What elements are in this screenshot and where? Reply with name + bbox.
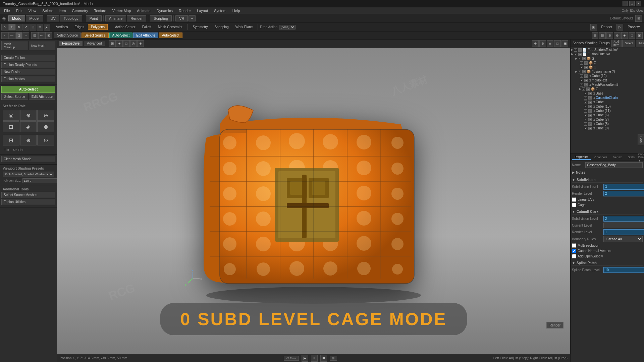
menu-render[interactable]: Render xyxy=(176,8,194,13)
catmull-clark-header[interactable]: ▼ Catmull-Clark xyxy=(572,209,643,215)
auto-select-top-btn[interactable]: Auto-Select xyxy=(109,33,133,38)
vp-right-icon-4[interactable]: □ xyxy=(554,40,561,47)
menu-file[interactable]: File xyxy=(1,8,13,13)
viewport-icon-1[interactable]: ⊞ xyxy=(592,32,598,39)
auto-select-left-btn[interactable]: Auto-Select xyxy=(1,86,55,93)
spline-patch-header[interactable]: ▼ Spline Patch xyxy=(572,260,643,266)
filter-scene-btn[interactable]: Filter xyxy=(636,40,644,47)
viewport-icon-7[interactable]: ▣ xyxy=(636,32,643,39)
polygons-btn[interactable]: Polygons xyxy=(88,24,108,30)
select-source-btn[interactable]: Select Source xyxy=(54,33,81,38)
render-icon[interactable]: ▣ xyxy=(590,24,597,31)
icon-grid-item-3[interactable]: ⊖ xyxy=(37,110,54,121)
mode-topology[interactable]: Topology xyxy=(60,15,82,21)
move-icon[interactable]: ✛ xyxy=(8,24,15,31)
select-source-left-btn[interactable]: Select Source xyxy=(1,94,28,100)
snapping-btn[interactable]: Snapping xyxy=(212,24,232,30)
menu-item[interactable]: Item xyxy=(56,8,68,13)
work-plane-btn[interactable]: Work Plane xyxy=(232,24,256,30)
viewport-icon-6[interactable]: □ xyxy=(629,32,635,39)
vp-status-icon-2[interactable]: ⏸ xyxy=(311,355,318,362)
vp-icon-1[interactable]: ⊞ xyxy=(109,40,116,47)
preview-icon[interactable]: ▷ xyxy=(616,24,623,31)
vp-icon-2[interactable]: ◈ xyxy=(116,40,123,47)
action-center-btn[interactable]: Action Center xyxy=(112,24,139,30)
tree-item[interactable]: ▶✓●📦(fusion name ?) xyxy=(571,69,643,74)
sel-vert-icon[interactable]: · xyxy=(1,32,8,39)
tree-item[interactable]: ✓●□Base xyxy=(571,91,643,96)
vertex-tab[interactable]: Vertex xyxy=(610,155,625,160)
icon-grid-item-4[interactable]: ⊞ xyxy=(3,121,19,132)
menu-layout[interactable]: Layout xyxy=(194,8,211,13)
vp-icon-5[interactable]: ⊗ xyxy=(137,40,144,47)
tree-item[interactable]: ✓●□Cube (10) xyxy=(571,104,643,109)
tree-item[interactable]: ✓●□MeshFusionItem3 xyxy=(571,82,643,87)
advanced-btn[interactable]: Advanced xyxy=(84,41,105,46)
falloff-btn[interactable]: Falloff xyxy=(139,24,154,30)
mode-animate[interactable]: Animate xyxy=(105,15,126,21)
vp-right-icon-3[interactable]: ◈ xyxy=(547,40,553,47)
rotate-icon[interactable]: ↻ xyxy=(15,24,22,31)
symmetry-btn[interactable]: Symmetry xyxy=(190,24,211,30)
vp-bottom-btn-extra[interactable]: ⊞ xyxy=(330,356,337,361)
vp-icon-4[interactable]: ◎ xyxy=(130,40,137,47)
render-overlay-btn[interactable]: Render xyxy=(546,322,564,328)
render-level-input[interactable] xyxy=(603,191,644,196)
render-btn[interactable]: Render xyxy=(598,24,615,30)
scale-icon[interactable]: ⤢ xyxy=(22,24,29,31)
select-source-btn2[interactable]: Select Source xyxy=(82,33,108,38)
mesh-constraint-btn[interactable]: Mesh Constraint xyxy=(155,24,185,30)
create-fusion-btn[interactable]: Create Fusion... xyxy=(1,55,55,61)
menu-texture[interactable]: Texture xyxy=(92,8,109,13)
vp-status-icon-3[interactable]: ⏹ xyxy=(320,355,327,362)
vp-right-icon-1[interactable]: ⊕ xyxy=(532,40,539,47)
stats-tab[interactable]: Stats xyxy=(625,155,638,160)
notes-group-header[interactable]: ▶ Notes xyxy=(572,170,643,175)
mode-render[interactable]: Render xyxy=(127,15,146,21)
menu-dynamics[interactable]: Dynamics xyxy=(154,8,175,13)
new-fusion-btn[interactable]: New Fusion xyxy=(1,69,55,75)
transform-icon[interactable]: ⊞ xyxy=(30,24,36,31)
pen-icon[interactable]: ✏ xyxy=(37,24,43,31)
menu-edit[interactable]: Edit xyxy=(13,8,25,13)
new-mesh-btn[interactable]: New Mesh xyxy=(29,41,56,50)
icon-grid-item-1[interactable]: ◎ xyxy=(3,110,19,121)
cc-current-level-input[interactable] xyxy=(603,223,644,228)
perspective-btn[interactable]: Perspective xyxy=(59,41,83,46)
edit-attribute-top-btn[interactable]: Edit Attribute xyxy=(133,33,158,38)
mode-paint[interactable]: Paint xyxy=(86,15,102,21)
tree-item[interactable]: ✓●□Cube (9) xyxy=(571,126,643,130)
fusion-utilities-btn[interactable]: Fusion Utilities xyxy=(1,199,55,205)
tree-item[interactable]: ▶✓●📄FusionGlue.lxo xyxy=(571,52,643,56)
shading-select[interactable]: AVP-Shaded, Shaded Wireframe xyxy=(3,172,54,177)
menu-help[interactable]: Help xyxy=(230,8,243,13)
tree-item[interactable]: ✓●□Cube (11) xyxy=(571,109,643,113)
drop-action-select[interactable]: (none) xyxy=(279,25,296,29)
icon-grid-item-9[interactable]: ⊙ xyxy=(37,135,54,145)
mode-modo[interactable]: Modo xyxy=(8,15,25,21)
mesh-cleanup-btn[interactable]: Mesh Cleanup... xyxy=(1,41,28,50)
edit-attribute-left-btn[interactable]: Edit Attribute xyxy=(29,94,56,100)
multiresolution-checkbox[interactable] xyxy=(572,243,576,248)
snap-icon-3[interactable]: ⊠ xyxy=(45,32,52,39)
sel-poly-icon[interactable]: □ xyxy=(15,32,22,39)
viewport-icon-2[interactable]: ⊟ xyxy=(599,32,606,39)
vp-icon-3[interactable]: □ xyxy=(123,40,130,47)
sel-edge-icon[interactable]: — xyxy=(8,32,15,39)
menu-view[interactable]: View xyxy=(26,8,39,13)
icon-grid-item-7[interactable]: ⊞ xyxy=(3,135,19,145)
mode-vr[interactable]: VR xyxy=(175,15,188,21)
mode-scripting[interactable]: Scripting xyxy=(150,15,172,21)
select-source-meshes-btn[interactable]: Select Source Meshes xyxy=(1,192,55,198)
tree-item[interactable]: ▶✓●📄FootSoldersTest.lxo* xyxy=(571,48,643,52)
tree-item[interactable]: ✓●□Cube (7) xyxy=(571,117,643,122)
properties-tab[interactable]: Properties xyxy=(572,155,591,160)
mode-model[interactable]: Model xyxy=(26,15,43,21)
fusion-modes-btn[interactable]: Fusion Modes xyxy=(1,76,55,82)
tree-item[interactable]: ✓●□Cube (8) xyxy=(571,122,643,126)
cache-normals-checkbox[interactable] xyxy=(572,249,576,253)
tree-item[interactable]: ▶✓●📦G xyxy=(571,56,643,61)
tree-item[interactable]: ▶✓●📦G xyxy=(571,87,643,91)
menu-geometry[interactable]: Geometry xyxy=(69,8,91,13)
linear-uvs-checkbox[interactable] xyxy=(572,197,576,202)
